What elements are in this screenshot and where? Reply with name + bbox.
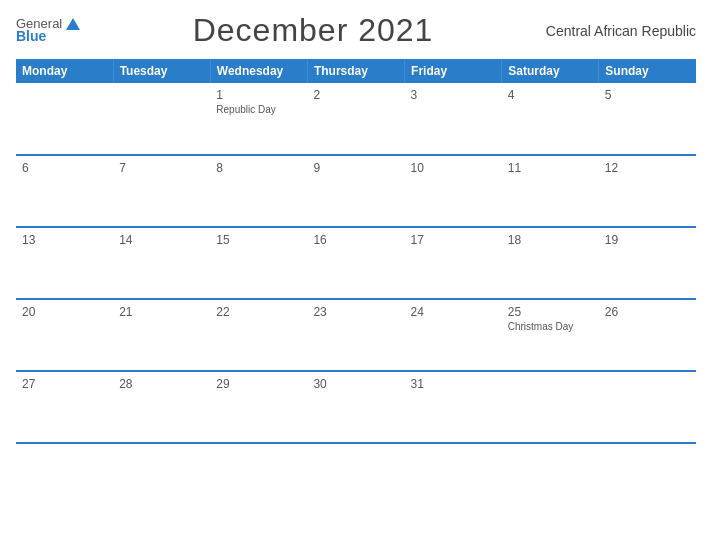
col-wednesday: Wednesday	[210, 59, 307, 83]
day-number: 18	[508, 233, 593, 247]
calendar-cell: 11	[502, 155, 599, 227]
calendar-cell: 13	[16, 227, 113, 299]
calendar-week-row: 6789101112	[16, 155, 696, 227]
day-number: 23	[313, 305, 398, 319]
calendar-cell: 6	[16, 155, 113, 227]
col-friday: Friday	[405, 59, 502, 83]
calendar-cell: 25Christmas Day	[502, 299, 599, 371]
calendar-cell	[16, 83, 113, 155]
calendar-cell: 31	[405, 371, 502, 443]
day-number: 25	[508, 305, 593, 319]
day-number: 13	[22, 233, 107, 247]
col-thursday: Thursday	[307, 59, 404, 83]
day-number: 11	[508, 161, 593, 175]
country-name: Central African Republic	[546, 23, 696, 39]
calendar-cell: 10	[405, 155, 502, 227]
calendar-cell: 2	[307, 83, 404, 155]
month-title: December 2021	[193, 12, 434, 49]
calendar-cell: 29	[210, 371, 307, 443]
calendar-cell: 30	[307, 371, 404, 443]
calendar-cell	[113, 83, 210, 155]
calendar-cell: 21	[113, 299, 210, 371]
calendar-cell: 14	[113, 227, 210, 299]
logo: General Blue	[16, 17, 80, 45]
calendar-cell: 1Republic Day	[210, 83, 307, 155]
logo-blue-text: Blue	[16, 29, 46, 44]
col-sunday: Sunday	[599, 59, 696, 83]
day-number: 20	[22, 305, 107, 319]
calendar-cell: 18	[502, 227, 599, 299]
calendar-cell: 28	[113, 371, 210, 443]
holiday-label: Republic Day	[216, 104, 301, 115]
logo-triangle-icon	[66, 18, 80, 30]
col-tuesday: Tuesday	[113, 59, 210, 83]
calendar-cell: 8	[210, 155, 307, 227]
calendar-cell: 19	[599, 227, 696, 299]
col-saturday: Saturday	[502, 59, 599, 83]
day-number: 9	[313, 161, 398, 175]
calendar-week-row: 202122232425Christmas Day26	[16, 299, 696, 371]
day-number: 17	[411, 233, 496, 247]
day-number: 14	[119, 233, 204, 247]
calendar-header: General Blue December 2021 Central Afric…	[16, 12, 696, 49]
col-monday: Monday	[16, 59, 113, 83]
calendar-cell: 3	[405, 83, 502, 155]
day-number: 15	[216, 233, 301, 247]
calendar-cell: 16	[307, 227, 404, 299]
day-number: 21	[119, 305, 204, 319]
day-number: 2	[313, 88, 398, 102]
day-number: 5	[605, 88, 690, 102]
calendar-cell: 22	[210, 299, 307, 371]
calendar-cell: 7	[113, 155, 210, 227]
calendar-week-row: 2728293031	[16, 371, 696, 443]
calendar-cell: 27	[16, 371, 113, 443]
day-number: 6	[22, 161, 107, 175]
calendar-cell: 24	[405, 299, 502, 371]
day-number: 30	[313, 377, 398, 391]
day-number: 3	[411, 88, 496, 102]
day-number: 19	[605, 233, 690, 247]
day-number: 7	[119, 161, 204, 175]
calendar-cell: 20	[16, 299, 113, 371]
day-number: 16	[313, 233, 398, 247]
calendar-cell: 23	[307, 299, 404, 371]
day-number: 10	[411, 161, 496, 175]
calendar-header-row: Monday Tuesday Wednesday Thursday Friday…	[16, 59, 696, 83]
day-number: 8	[216, 161, 301, 175]
calendar-week-row: 13141516171819	[16, 227, 696, 299]
calendar-cell: 12	[599, 155, 696, 227]
calendar-cell: 26	[599, 299, 696, 371]
day-number: 22	[216, 305, 301, 319]
day-number: 24	[411, 305, 496, 319]
day-number: 12	[605, 161, 690, 175]
calendar-cell: 17	[405, 227, 502, 299]
calendar-cell: 4	[502, 83, 599, 155]
day-number: 28	[119, 377, 204, 391]
calendar-cell: 15	[210, 227, 307, 299]
calendar-table: Monday Tuesday Wednesday Thursday Friday…	[16, 59, 696, 444]
day-number: 1	[216, 88, 301, 102]
day-number: 29	[216, 377, 301, 391]
calendar-cell: 9	[307, 155, 404, 227]
day-number: 26	[605, 305, 690, 319]
calendar-week-row: 1Republic Day2345	[16, 83, 696, 155]
calendar-cell	[502, 371, 599, 443]
holiday-label: Christmas Day	[508, 321, 593, 332]
day-number: 31	[411, 377, 496, 391]
calendar-cell	[599, 371, 696, 443]
day-number: 4	[508, 88, 593, 102]
calendar-cell: 5	[599, 83, 696, 155]
calendar-container: General Blue December 2021 Central Afric…	[0, 0, 712, 550]
day-number: 27	[22, 377, 107, 391]
